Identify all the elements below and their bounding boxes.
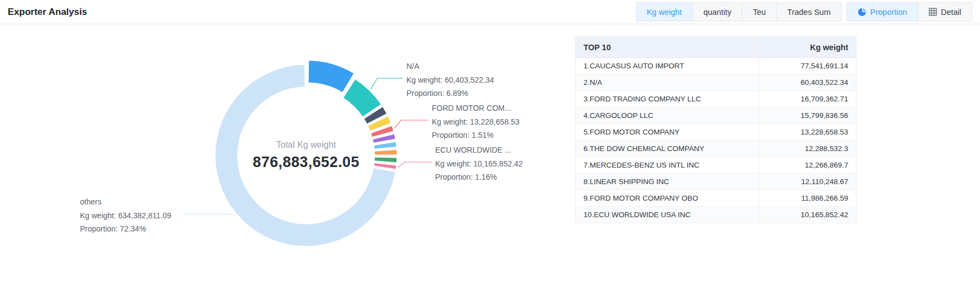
table-row: 1.CAUCASUS AUTO IMPORT77,541,691.14 [576,58,856,74]
kg-weight-value: 77,541,691.14 [759,58,856,74]
view-buttons: Proportion Detail [847,2,972,21]
table-row: 10.ECU WORLDWIDE USA INC10,165,852.42 [576,207,856,223]
callout-others: others Kg weight: 634,382,811.09 Proport… [80,195,172,235]
exporter-name: 7.MERCEDES-BENZ US INTL INC [576,157,759,174]
kg-weight-value: 13,228,658.53 [759,124,856,141]
top10-table: TOP 10 Kg weight 1.CAUCASUS AUTO IMPORT7… [575,36,856,223]
main-content: Total Kg weight 876,883,652.05 N/A Kg we… [0,24,980,285]
kg-weight-value: 10,165,852.42 [759,207,856,223]
table-row: 5.FORD MOTOR COMPANY13,228,658.53 [576,124,856,141]
exporter-name: 8.LINEAR SHIPPING INC [576,174,759,190]
exporter-name: 5.FORD MOTOR COMPANY [576,124,759,141]
proportion-button[interactable]: Proportion [847,3,918,21]
table-row: 4.CARGOLOOP LLC15,799,836.56 [576,107,856,124]
kg-weight-value: 12,266,869.7 [759,157,856,174]
table-row: 9.FORD MOTOR COMPANY OBO11,986,266.59 [576,190,856,207]
table-row: 8.LINEAR SHIPPING INC12,110,248.67 [576,174,856,190]
exporter-name: 9.FORD MOTOR COMPANY OBO [576,190,759,207]
table-row: 7.MERCEDES-BENZ US INTL INC12,266,869.7 [576,157,856,174]
kg-weight-value: 15,799,836.56 [759,107,856,124]
table-row: 2.N/A60,403,522.34 [576,74,856,91]
donut-slice-caucasus-auto-import[interactable] [308,60,354,93]
leader-line [398,162,432,168]
tab-trades-sum[interactable]: Trades Sum [777,3,841,21]
exporter-name: 1.CAUCASUS AUTO IMPORT [576,58,759,74]
leader-line [394,120,429,128]
column-header-top10: TOP 10 [576,37,759,58]
exporter-name: 4.CARGOLOOP LLC [576,107,759,124]
table-header-row: TOP 10 Kg weight [576,37,856,58]
column-header-kg-weight: Kg weight [759,37,856,58]
donut-slice-ford-motor-company-obo[interactable] [374,157,397,163]
proportion-label: Proportion [870,8,907,17]
table-icon [929,8,937,16]
header-controls: Kg weight quantity Teu Trades Sum Propor… [636,2,972,21]
tab-kg-weight[interactable]: Kg weight [636,3,693,21]
exporter-name: 10.ECU WORLDWIDE USA INC [576,207,759,223]
tab-quantity[interactable]: quantity [693,3,742,21]
top10-table-wrap: TOP 10 Kg weight 1.CAUCASUS AUTO IMPORT7… [575,36,856,223]
exporter-name: 6.THE DOW CHEMICAL COMPANY [576,141,759,157]
exporter-analysis-page: Exporter Analysis Kg weight quantity Teu… [0,0,980,285]
detail-button[interactable]: Detail [918,3,972,21]
table-row: 6.THE DOW CHEMICAL COMPANY12,288,532.3 [576,141,856,157]
pie-chart-icon [858,8,866,17]
metric-tabs: Kg weight quantity Teu Trades Sum [636,2,842,21]
donut-slice-linear-shipping-inc[interactable] [374,149,397,155]
kg-weight-value: 16,709,362.71 [759,91,856,107]
callout-ford-motor: FORD MOTOR COM... Kg weight: 13,228,658.… [432,101,520,142]
kg-weight-value: 11,986,266.59 [759,190,856,207]
header: Exporter Analysis Kg weight quantity Teu… [0,0,980,24]
donut-chart: Total Kg weight 876,883,652.05 N/A Kg we… [0,24,574,285]
kg-weight-value: 12,110,248.67 [759,174,856,190]
table-row: 3.FORD TRADING COMPANY LLC16,709,362.71 [576,91,856,107]
callout-ecu-worldwide: ECU WORLDWIDE ... Kg weight: 10,165,852.… [435,143,523,184]
detail-label: Detail [941,8,961,17]
callout-na: N/A Kg weight: 60,403,522.34 Proportion:… [406,60,494,100]
leader-line [371,78,403,89]
page-title: Exporter Analysis [8,7,87,18]
exporter-name: 3.FORD TRADING COMPANY LLC [576,91,759,107]
exporter-name: 2.N/A [576,74,759,91]
leader-line [183,214,235,215]
kg-weight-value: 60,403,522.34 [759,74,856,91]
kg-weight-value: 12,288,532.3 [759,141,856,157]
tab-teu[interactable]: Teu [742,3,776,21]
